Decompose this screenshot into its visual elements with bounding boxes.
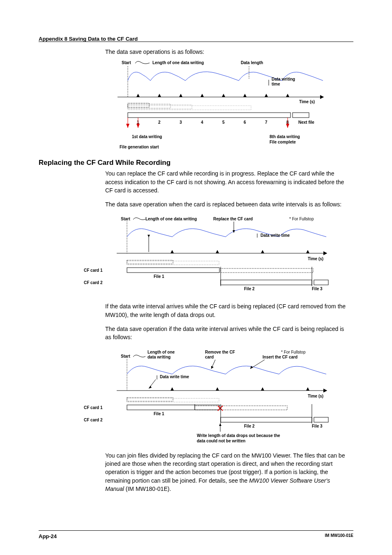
fig3-rem2: card: [205, 355, 214, 359]
fig2-file1: File 1: [154, 274, 164, 279]
svg-rect-23: [314, 280, 328, 285]
fig1-eighth-2: File complete: [270, 140, 296, 144]
figure-replace-between-intervals: Start Length of one data writing Replace…: [80, 214, 353, 296]
intro-1: The data save operations is as follows:: [105, 48, 349, 56]
closing-p: You can join files divided by replacing …: [105, 451, 349, 493]
fig3-len1: Length of one: [148, 350, 175, 354]
fig1-dwt-2: time: [272, 82, 280, 86]
fig1-tick-6: 6: [244, 120, 246, 125]
footer-right: IM MW100-01E: [325, 533, 353, 539]
fig3-card1: CF card 1: [84, 405, 103, 410]
fig2-file3: File 3: [312, 287, 323, 291]
fig1-eighth-1: 8th data writing: [270, 134, 300, 139]
fig2-card1: CF card 1: [84, 268, 103, 273]
svg-rect-8: [128, 113, 291, 118]
fig2-start: Start: [121, 217, 130, 221]
fig1-file-gen: File generation start: [120, 145, 159, 149]
fig3-len2: data writing: [148, 355, 171, 359]
mid-p1: If the data write interval arrives while…: [105, 302, 349, 319]
svg-rect-18: [127, 260, 173, 264]
fig1-tick-7: 7: [265, 120, 267, 125]
fig3-fullstop: * For Fullstop: [281, 350, 306, 354]
fig3-insert: Insert the CF card: [263, 355, 297, 359]
fig2-length: Length of one data writing: [145, 217, 197, 221]
section-p2: The data save operation when the card is…: [105, 200, 349, 208]
fig1-next-file: Next file: [298, 120, 314, 125]
svg-rect-39: [314, 417, 328, 422]
header-title: Appendix 8 Saving Data to the CF Card: [39, 36, 138, 42]
fig3-card2: CF card 2: [84, 418, 103, 422]
fig3-file1: File 1: [154, 412, 164, 416]
svg-rect-9: [293, 113, 309, 118]
fig1-start-label: Start: [122, 60, 131, 65]
fig2-card2: CF card 2: [84, 280, 103, 285]
svg-rect-33: [127, 398, 219, 402]
footer-left: App-24: [39, 533, 57, 539]
fig3-file2: File 2: [244, 424, 255, 428]
fig1-tick-4: 4: [201, 120, 203, 125]
fig1-first-write: 1st data writing: [132, 134, 162, 139]
svg-rect-35: [195, 406, 287, 410]
fig2-dwt: Data write time: [261, 233, 290, 238]
figure-data-save-operations: Start Length of one data writing Data le…: [105, 56, 353, 159]
fig3-dwt: Data write time: [160, 375, 189, 379]
fig1-time-axis: Time (s): [299, 99, 315, 104]
closing-p1b: (IM MW180-01E).: [124, 486, 171, 492]
fig3-file3: File 3: [312, 424, 323, 428]
svg-rect-21: [221, 268, 313, 273]
svg-rect-19: [127, 261, 219, 265]
fig3-time: Time (s): [308, 394, 323, 398]
svg-rect-34: [127, 405, 219, 410]
page-footer: App-24 IM MW100-01E: [39, 530, 353, 539]
svg-rect-22: [221, 280, 312, 285]
fig1-data-length-label: Data length: [241, 60, 263, 65]
svg-rect-32: [127, 398, 173, 401]
svg-rect-38: [221, 417, 312, 422]
fig1-tick-2: 2: [158, 120, 161, 125]
fig1-length-label: Length of one data writing: [152, 60, 204, 65]
fig2-replace: Replace the CF card: [213, 217, 253, 221]
mid-p2: The data save operation if the data writ…: [105, 325, 349, 342]
fig2-time: Time (s): [308, 257, 323, 261]
section-p1: You can replace the CF card while record…: [105, 169, 349, 194]
fig3-rem1: Remove the CF: [205, 350, 235, 354]
section-heading: Replacing the CF Card While Recording: [39, 159, 353, 167]
fig3-start: Start: [121, 354, 130, 358]
svg-rect-20: [127, 268, 219, 273]
header-rule: Appendix 8 Saving Data to the CF Card: [39, 35, 353, 42]
fig3-drop2: data could not be written: [197, 439, 245, 443]
fig3-drop1: Write length of data drops out because t…: [197, 433, 280, 438]
figure-replace-during-interval: Start Length of one data writing Remove …: [80, 347, 353, 448]
fig2-file2: File 2: [244, 287, 255, 291]
fig1-tick-3: 3: [180, 120, 182, 125]
fig1-dwt-1: Data writing: [272, 77, 295, 81]
fig1-tick-5: 5: [222, 120, 225, 125]
fig2-fullstop: * For Fullstop: [289, 217, 314, 221]
